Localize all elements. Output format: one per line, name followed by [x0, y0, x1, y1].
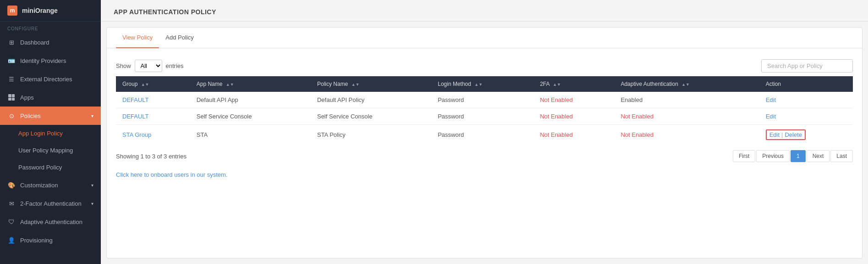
cell-adaptive-auth: Enabled	[614, 92, 759, 108]
sidebar-label-2fa: 2-Factor Authentication	[20, 200, 82, 207]
cell-action: Edit | Delete	[759, 125, 853, 145]
table-row: DEFAULTSelf Service ConsoleSelf Service …	[116, 108, 853, 125]
sidebar-section-configure: Configure	[0, 22, 101, 33]
cell-policy-name: STA Policy	[311, 125, 431, 145]
2fa-chevron: ▾	[91, 201, 93, 206]
cell-group[interactable]: STA Group	[116, 125, 190, 145]
edit-button[interactable]: Edit	[766, 96, 776, 103]
sidebar-item-password-policy[interactable]: Password Policy	[0, 159, 101, 176]
sidebar-item-provisioning[interactable]: 👤 Provisioning	[0, 231, 101, 249]
dashboard-icon: ⊞	[7, 38, 16, 46]
tab-bar: View Policy Add Policy	[107, 28, 862, 48]
id-icon: 🪪	[7, 56, 16, 65]
sidebar-label-user-policy-mapping: User Policy Mapping	[18, 147, 73, 154]
col-2fa: 2FA ▲▼	[533, 76, 614, 92]
sidebar-item-app-login-policy[interactable]: App Login Policy	[0, 125, 101, 142]
policies-icon: ⊙	[7, 112, 16, 120]
cell-app-name: Self Service Console	[190, 108, 311, 125]
sidebar-label-apps: Apps	[20, 94, 34, 101]
sidebar: m miniOrange Configure ⊞ Dashboard 🪪 Ide…	[0, 0, 101, 264]
tab-view-policy[interactable]: View Policy	[116, 28, 159, 48]
cell-group[interactable]: DEFAULT	[116, 92, 190, 108]
sidebar-item-identity-providers[interactable]: 🪪 Identity Providers	[0, 51, 101, 70]
cell-login-method: Password	[431, 92, 533, 108]
col-action: Action	[759, 76, 853, 92]
dir-icon: ☰	[7, 75, 16, 83]
toolbar: Show All 10 25 50 100 entries	[107, 56, 862, 76]
tab-add-policy[interactable]: Add Policy	[159, 28, 200, 48]
sidebar-label-external-directories: External Directories	[20, 76, 72, 83]
sidebar-item-policies[interactable]: ⊙ Policies ▾	[0, 107, 101, 125]
sidebar-label-adaptive-auth: Adaptive Authentication	[20, 219, 82, 225]
cell-policy-name: Self Service Console	[311, 108, 431, 125]
sort-appname-icon[interactable]: ▲▼	[226, 82, 234, 87]
search-box	[761, 59, 853, 73]
show-label: Show	[116, 62, 131, 69]
shield-icon: 🛡	[7, 218, 16, 226]
cell-2fa: Not Enabled	[533, 108, 614, 125]
edit-button[interactable]: Edit	[769, 131, 780, 138]
entries-select[interactable]: All 10 25 50 100	[135, 60, 162, 72]
col-group: Group ▲▼	[116, 76, 190, 92]
policy-table: Group ▲▼ App Name ▲▼ Policy Name ▲▼ Lo	[116, 76, 853, 145]
cell-group[interactable]: DEFAULT	[116, 108, 190, 125]
table-row: DEFAULTDefault API AppDefault API Policy…	[116, 92, 853, 108]
pagination: First Previous 1 Next Last	[733, 150, 853, 162]
edit-button[interactable]: Edit	[766, 113, 776, 120]
sort-group-icon[interactable]: ▲▼	[141, 82, 149, 87]
cell-adaptive-auth: Not Enabled	[614, 125, 759, 145]
onboard-section: Click here to onboard users in our syste…	[107, 164, 862, 178]
policies-chevron: ▾	[91, 113, 93, 118]
cell-login-method: Password	[431, 108, 533, 125]
sidebar-item-apps[interactable]: Apps	[0, 88, 101, 107]
sort-adaptive-icon[interactable]: ▲▼	[681, 82, 690, 87]
sidebar-logo: m miniOrange	[0, 0, 101, 22]
sidebar-item-adaptive-auth[interactable]: 🛡 Adaptive Authentication	[0, 213, 101, 231]
prov-icon: 👤	[7, 236, 16, 244]
sidebar-item-customization[interactable]: 🎨 Customization ▾	[0, 176, 101, 194]
sidebar-label-policies: Policies	[20, 112, 41, 119]
apps-icon	[7, 93, 16, 101]
sidebar-label-password-policy: Password Policy	[18, 164, 62, 171]
action-separator: |	[781, 131, 783, 138]
table-footer: Showing 1 to 3 of 3 entries First Previo…	[107, 145, 862, 164]
page-1-button[interactable]: 1	[791, 150, 806, 162]
table-header-row: Group ▲▼ App Name ▲▼ Policy Name ▲▼ Lo	[116, 76, 853, 92]
page-next-button[interactable]: Next	[807, 150, 830, 162]
sidebar-item-dashboard[interactable]: ⊞ Dashboard	[0, 33, 101, 51]
page-first-button[interactable]: First	[733, 150, 755, 162]
cell-login-method: Password	[431, 125, 533, 145]
entries-label: entries	[166, 62, 184, 69]
sidebar-item-external-directories[interactable]: ☰ External Directories	[0, 70, 101, 88]
cell-action: Edit	[759, 92, 853, 108]
col-adaptive-auth: Adaptive Authentication ▲▼	[614, 76, 759, 92]
paint-icon: 🎨	[7, 181, 16, 189]
cell-2fa: Not Enabled	[533, 125, 614, 145]
page-last-button[interactable]: Last	[830, 150, 853, 162]
sidebar-label-customization: Customization	[20, 182, 58, 189]
sidebar-item-user-policy-mapping[interactable]: User Policy Mapping	[0, 142, 101, 159]
sidebar-label-dashboard: Dashboard	[20, 39, 49, 46]
col-app-name: App Name ▲▼	[190, 76, 311, 92]
sidebar-item-2fa[interactable]: ✉ 2-Factor Authentication ▾	[0, 194, 101, 213]
2fa-icon: ✉	[7, 199, 16, 208]
logo-text: miniOrange	[22, 7, 58, 14]
page-title: APP AUTHENTICATION POLICY	[114, 8, 216, 16]
page-header: APP AUTHENTICATION POLICY	[101, 0, 868, 22]
search-input[interactable]	[761, 59, 853, 73]
sidebar-label-app-login-policy: App Login Policy	[18, 130, 63, 137]
delete-button[interactable]: Delete	[785, 131, 802, 138]
sidebar-label-identity-providers: Identity Providers	[20, 57, 66, 64]
table-row: STA GroupSTASTA PolicyPasswordNot Enable…	[116, 125, 853, 145]
sidebar-label-provisioning: Provisioning	[20, 237, 53, 244]
page-previous-button[interactable]: Previous	[756, 150, 790, 162]
onboard-link[interactable]: Click here to onboard users in our syste…	[116, 171, 228, 178]
col-policy-name: Policy Name ▲▼	[311, 76, 431, 92]
cell-2fa: Not Enabled	[533, 92, 614, 108]
sort-2fa-icon[interactable]: ▲▼	[553, 82, 561, 87]
logo-icon: m	[7, 6, 17, 16]
showing-text: Showing 1 to 3 of 3 entries	[116, 153, 187, 160]
sort-policyname-icon[interactable]: ▲▼	[352, 82, 360, 87]
cell-policy-name: Default API Policy	[311, 92, 431, 108]
sort-loginmethod-icon[interactable]: ▲▼	[474, 82, 483, 87]
